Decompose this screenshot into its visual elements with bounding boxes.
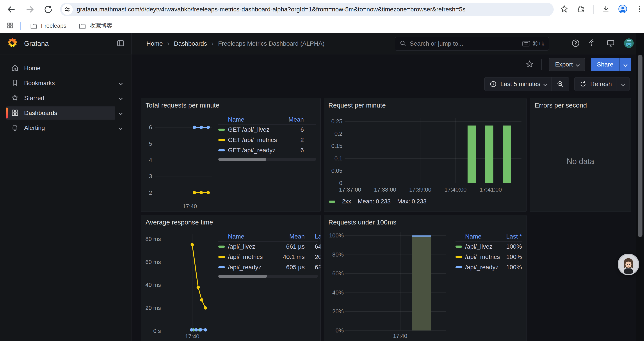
sidebar-item-bookmarks[interactable]: Bookmarks [6,76,122,90]
series-name[interactable]: /api/_metrics [228,253,276,260]
help-icon[interactable] [571,39,580,49]
scrollbar-thumb[interactable] [638,55,642,237]
series-name[interactable]: GET /api/_readyz [228,147,276,154]
export-button[interactable]: Export [549,58,585,71]
panel-errors-per-second[interactable]: Errors per second No data [530,98,631,212]
profile-avatar-icon[interactable] [618,5,627,15]
column-header[interactable]: Mean [276,233,305,240]
series-name[interactable]: /api/_livez [465,243,492,250]
legend-table-row[interactable]: /api/_readyz100% [456,262,522,272]
assistant-avatar[interactable] [618,254,639,275]
sidebar-item-home[interactable]: Home [6,61,122,76]
bookmark-folder-blogs[interactable]: 收藏博客 [76,20,116,31]
refresh-interval-dropdown[interactable] [616,78,629,91]
bookmark-folder-freeleaps[interactable]: Freeleaps [27,21,70,31]
share-button-label[interactable]: Share [591,58,620,71]
chart-plot[interactable] [161,234,210,331]
column-header[interactable]: Name [218,116,275,123]
legend-table-row[interactable]: /api/_livez661 µs646 [218,241,318,252]
chevron-down-icon[interactable] [118,126,122,130]
y-tick-label: 6 [149,124,152,131]
column-header[interactable]: Name [456,233,489,240]
panel-title[interactable]: Requests under 100ms [328,219,396,226]
apps-grid-icon[interactable] [6,22,14,30]
chart-plot[interactable] [344,118,522,183]
scrollbar-thumb[interactable] [218,275,267,278]
breadcrumb-home[interactable]: Home [146,40,163,47]
panel-title[interactable]: Request per minute [328,102,386,109]
chevron-down-icon[interactable] [118,96,122,100]
panel-requests-under-100ms[interactable]: Requests under 100ms 100%80%60%40%20%0% … [324,215,526,341]
url-bar[interactable]: grafana.mathmast.com/d/deytv4rwavabkb/fr… [60,3,554,16]
monitor-icon[interactable] [606,39,615,49]
legend-series-name[interactable]: 2xx [342,198,351,205]
share-button[interactable]: Share [591,58,631,71]
chart-plot[interactable] [155,119,212,201]
grafana-logo-icon[interactable] [6,37,18,50]
bookmark-star-icon[interactable] [560,5,568,14]
series-name[interactable]: GET /api/_livez [228,126,275,133]
chart-bar[interactable] [412,235,431,330]
legend-table-row[interactable]: /api/_livez100% [456,241,522,252]
legend-table-row[interactable]: GET /api/_metrics2 [218,135,316,145]
sidebar-item-alerting[interactable]: Alerting [6,121,122,135]
legend-table-row[interactable]: /api/_metrics40.1 ms20.5 r [218,252,318,262]
zoom-out-button[interactable] [552,78,569,91]
extensions-icon[interactable] [576,5,585,14]
reload-icon[interactable] [44,5,53,14]
download-icon[interactable] [602,5,610,14]
legend-table-row[interactable]: GET /api/_readyz6 [218,145,316,155]
chart-bar[interactable] [485,126,494,183]
legend-table-row[interactable]: /api/_metrics100% [456,252,522,262]
panel-request-per-minute[interactable]: Request per minute 0.250.20.150.10.050 1… [324,98,526,212]
search-input[interactable]: Search or jump to... ⌘+k [395,37,549,51]
time-range-picker[interactable]: Last 5 minutes [485,78,552,91]
panel-title[interactable]: Errors per second [534,102,587,109]
series-name[interactable]: /api/_readyz [228,264,276,271]
legend-scrollbar[interactable] [218,158,316,161]
share-dropdown[interactable] [620,58,631,71]
browser-menu-icon[interactable] [635,5,644,14]
y-axis: 65432 [144,119,152,201]
site-settings-icon[interactable] [62,4,73,15]
chevron-down-icon[interactable] [118,111,122,115]
chevron-down-icon[interactable] [118,81,122,85]
legend-table-row[interactable]: GET /api/_livez6 [218,124,316,135]
news-rss-icon[interactable] [589,39,598,49]
sidebar-item-starred[interactable]: Starred [6,91,122,105]
panel-average-response-time[interactable]: Average response time 80 ms60 ms40 ms20 … [141,215,321,341]
chart-bar[interactable] [503,126,511,183]
legend-mean: Mean: 0.233 [358,198,390,205]
panel-title[interactable]: Total requests per minute [146,102,220,109]
page-scrollbar[interactable] [636,33,644,341]
panel-title[interactable]: Average response time [146,219,213,226]
refresh-widget: Refresh [574,77,630,91]
chart-plot[interactable] [344,232,446,330]
series-name[interactable]: GET /api/_metrics [228,137,277,144]
series-name[interactable]: /api/_livez [228,243,276,250]
column-header[interactable]: Name [218,233,276,240]
back-icon[interactable] [6,5,16,14]
sidebar-item-dashboards[interactable]: Dashboards [6,106,122,120]
legend-scrollbar[interactable] [218,275,318,278]
favorite-star-icon[interactable] [525,60,534,69]
chart-bar[interactable] [468,126,476,183]
panel-total-requests-per-minute[interactable]: Total requests per minute 65432 17:40 Na… [141,98,321,212]
scrollbar-thumb[interactable] [218,158,266,161]
x-tick-label: 17:40 [393,333,407,339]
time-controls: Last 5 minutes Refresh [484,75,630,93]
url-text[interactable]: grafana.mathmast.com/d/deytv4rwavabkb/fr… [77,6,465,13]
series-name[interactable]: /api/_metrics [465,253,500,260]
column-header[interactable]: Last * [489,233,522,240]
sidebar-toggle-icon[interactable] [116,39,125,48]
column-header[interactable]: Mean [275,116,304,123]
series-name[interactable]: /api/_readyz [465,264,499,271]
column-header[interactable]: Las [305,233,321,240]
refresh-button[interactable]: Refresh [574,78,616,91]
brand-name[interactable]: Grafana [24,40,49,48]
breadcrumb-dashboards[interactable]: Dashboards [174,40,207,47]
chart-legend[interactable]: 2xx Mean: 0.233 Max: 0.233 [329,198,426,205]
legend-table-row[interactable]: /api/_readyz605 µs620 [218,262,318,272]
forward-icon[interactable] [25,5,35,14]
user-avatar[interactable] [624,38,634,49]
